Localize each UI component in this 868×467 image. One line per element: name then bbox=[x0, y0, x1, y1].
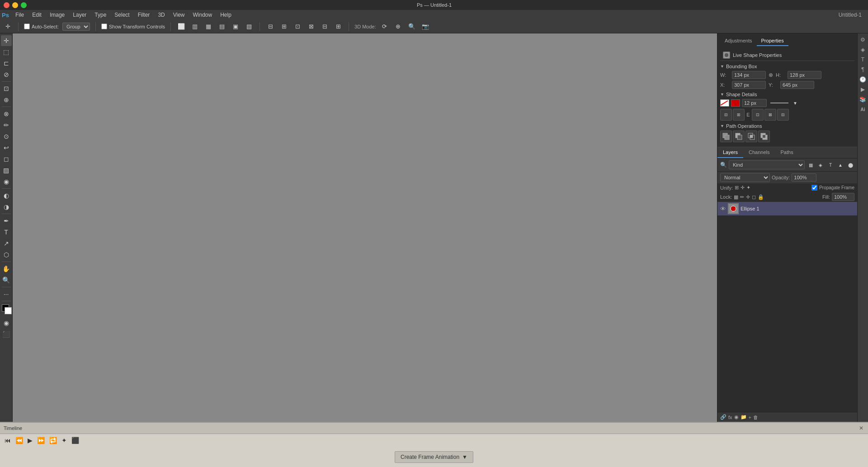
lock-artboard-btn[interactable]: ◻ bbox=[752, 194, 756, 200]
path-ops-header[interactable]: ▼ Path Operations bbox=[720, 123, 854, 129]
actions-icon[interactable]: ▶ bbox=[859, 85, 868, 94]
align-right-btn[interactable]: ▦ bbox=[203, 22, 213, 32]
fx-btn[interactable]: fx bbox=[728, 415, 732, 420]
timeline-close-btn[interactable]: ✕ bbox=[858, 424, 864, 432]
stroke-size-input[interactable] bbox=[742, 99, 767, 107]
properties-tab[interactable]: Properties bbox=[757, 36, 788, 46]
maximize-button[interactable] bbox=[21, 2, 27, 8]
distribute-center-btn[interactable]: ⊞ bbox=[279, 22, 289, 32]
filter-smart-btn[interactable]: ⬤ bbox=[846, 161, 854, 169]
properties-icon-btn[interactable]: ◈ bbox=[859, 45, 868, 54]
unify-all-btn[interactable]: ✦ bbox=[746, 185, 750, 191]
propagate-checkbox[interactable] bbox=[811, 185, 817, 191]
move-tool-btn[interactable]: ✛ bbox=[1, 35, 12, 46]
w-input[interactable] bbox=[732, 71, 766, 79]
layers-tab[interactable]: Layers bbox=[717, 147, 743, 158]
crop-tool-btn[interactable]: ⊡ bbox=[1, 83, 12, 94]
dodge-tool-btn[interactable]: ◐ bbox=[1, 190, 12, 201]
close-button[interactable] bbox=[4, 2, 9, 8]
layer-kind-filter[interactable]: Kind bbox=[729, 160, 805, 169]
ai-icon[interactable]: Ai bbox=[859, 105, 868, 114]
shape-details-header[interactable]: ▼ Shape Details bbox=[720, 92, 854, 97]
fill-icon[interactable] bbox=[720, 99, 729, 107]
loop-btn[interactable]: 🔁 bbox=[48, 436, 58, 445]
3d-rotate-btn[interactable]: ⟳ bbox=[380, 22, 390, 32]
add-mask-btn[interactable]: ◉ bbox=[734, 414, 739, 420]
create-frame-dropdown-icon[interactable]: ▼ bbox=[462, 454, 467, 460]
move-tool-options[interactable]: ✛ bbox=[3, 22, 13, 32]
menu-filter[interactable]: Filter bbox=[134, 11, 154, 19]
menu-select[interactable]: Select bbox=[111, 11, 133, 19]
screen-mode-btn[interactable]: ⬛ bbox=[1, 329, 12, 340]
path-align-top-btn[interactable]: ⊠ bbox=[764, 109, 776, 121]
paragraph-icon[interactable]: ¶ bbox=[859, 65, 868, 74]
menu-view[interactable]: View bbox=[170, 11, 189, 19]
link-wh-icon[interactable]: ⊗ bbox=[769, 72, 773, 78]
distribute-left-btn[interactable]: ⊟ bbox=[265, 22, 275, 32]
lock-image-btn[interactable]: ✏ bbox=[740, 194, 744, 200]
new-layer-btn[interactable]: + bbox=[749, 415, 751, 420]
adjustments-tab[interactable]: Adjustments bbox=[720, 36, 757, 46]
eyedropper-btn[interactable]: ⊕ bbox=[1, 94, 12, 105]
align-left-btn[interactable]: ⬜ bbox=[176, 22, 186, 32]
background-color[interactable] bbox=[5, 307, 12, 314]
stroke-align-btn[interactable]: ▼ bbox=[791, 99, 799, 107]
pen-tool-btn[interactable]: ✒ bbox=[1, 215, 12, 226]
prev-frame-btn[interactable]: ⏪ bbox=[14, 436, 24, 445]
text-tool-btn[interactable]: T bbox=[1, 227, 12, 238]
minimize-button[interactable] bbox=[12, 2, 18, 8]
delete-layer-btn[interactable]: 🗑 bbox=[753, 415, 758, 420]
paths-tab[interactable]: Paths bbox=[775, 147, 799, 158]
eraser-tool-btn[interactable]: ◻ bbox=[1, 154, 12, 164]
distribute-top-btn[interactable]: ⊠ bbox=[306, 22, 316, 32]
gradient-tool-btn[interactable]: ▨ bbox=[1, 165, 12, 176]
align-top-btn[interactable]: ▤ bbox=[217, 22, 227, 32]
new-group-btn[interactable]: 📁 bbox=[741, 414, 747, 420]
adjustments-icon[interactable]: ⚙ bbox=[859, 35, 868, 44]
auto-select-label[interactable]: Auto-Select: bbox=[24, 23, 59, 29]
smudge-tool-btn[interactable]: ◉ bbox=[1, 176, 12, 187]
path-exclude-btn[interactable] bbox=[758, 131, 770, 142]
x-input[interactable] bbox=[732, 81, 766, 89]
auto-select-checkbox[interactable] bbox=[24, 23, 30, 29]
h-input[interactable] bbox=[788, 71, 821, 79]
fill-color-swatch[interactable] bbox=[731, 99, 740, 107]
menu-layer[interactable]: Layer bbox=[69, 11, 90, 19]
opacity-input[interactable] bbox=[792, 173, 816, 182]
transform-controls-label[interactable]: Show Transform Controls bbox=[101, 23, 165, 29]
menu-3d[interactable]: 3D bbox=[154, 11, 168, 19]
first-frame-btn[interactable]: ⏮ bbox=[4, 436, 12, 445]
shape-tool-btn[interactable]: ⬡ bbox=[1, 249, 12, 260]
path-align-right-btn[interactable]: ⊡ bbox=[752, 109, 764, 121]
menu-window[interactable]: Window bbox=[189, 11, 216, 19]
3d-pan-btn[interactable]: ⊕ bbox=[393, 22, 403, 32]
path-subtract-btn[interactable] bbox=[733, 131, 745, 142]
unify-pixels-btn[interactable]: ⊞ bbox=[735, 185, 739, 191]
path-select-btn[interactable]: ↗ bbox=[1, 238, 12, 249]
play-btn[interactable]: ▶ bbox=[27, 436, 33, 445]
distribute-middle-btn[interactable]: ⊟ bbox=[320, 22, 330, 32]
fill-input[interactable] bbox=[832, 193, 854, 201]
3d-zoom-btn[interactable]: 🔍 bbox=[407, 22, 417, 32]
lasso-tool-btn[interactable]: ⊏ bbox=[1, 58, 12, 69]
extra-tools-btn[interactable]: ··· bbox=[1, 289, 12, 299]
next-frame-btn[interactable]: ⏩ bbox=[36, 436, 46, 445]
tween-btn[interactable]: ✦ bbox=[61, 436, 68, 445]
y-input[interactable] bbox=[780, 81, 814, 89]
selection-tool-btn[interactable]: ⬚ bbox=[1, 47, 12, 57]
align-middle-btn[interactable]: ▣ bbox=[231, 22, 241, 32]
unify-pos-btn[interactable]: ✛ bbox=[741, 185, 745, 191]
3d-camera-btn[interactable]: 📷 bbox=[420, 22, 430, 32]
layer-item[interactable]: 👁 Ellipse 1 bbox=[717, 202, 857, 215]
quick-select-btn[interactable]: ⊘ bbox=[1, 69, 12, 80]
quick-mask-btn[interactable]: ◉ bbox=[1, 318, 12, 328]
align-center-btn[interactable]: ▥ bbox=[190, 22, 200, 32]
clone-tool-btn[interactable]: ⊙ bbox=[1, 131, 12, 142]
hand-tool-btn[interactable]: ✋ bbox=[1, 263, 12, 274]
transform-controls-checkbox[interactable] bbox=[101, 23, 107, 29]
history-icon[interactable]: 🕐 bbox=[859, 75, 868, 84]
filter-shape-btn[interactable]: ▲ bbox=[836, 161, 844, 169]
distribute-bottom-btn[interactable]: ⊞ bbox=[333, 22, 343, 32]
heal-tool-btn[interactable]: ⊗ bbox=[1, 108, 12, 119]
path-align-fr-btn[interactable]: ⊟ bbox=[777, 109, 789, 121]
